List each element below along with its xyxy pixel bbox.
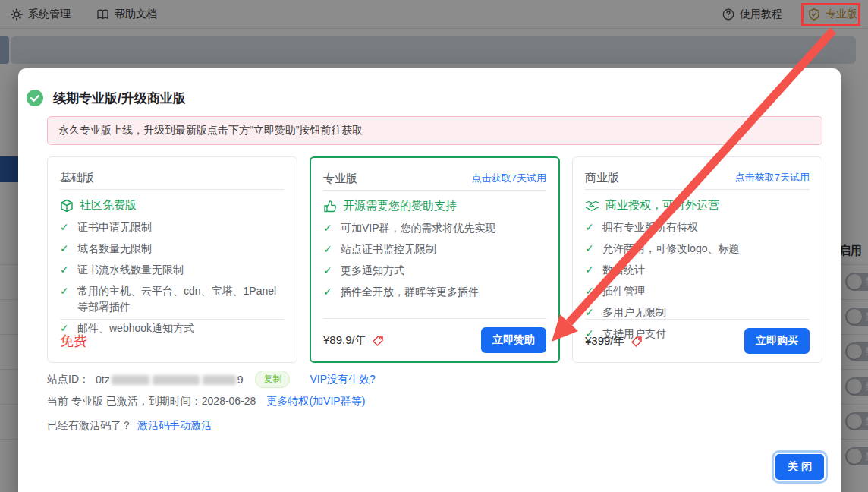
feature-item: ✓可加VIP群，您的需求将优先实现 — [323, 220, 546, 236]
feature-text: 拥有专业版所有特权 — [602, 219, 698, 235]
plan-name: 专业版 — [323, 172, 357, 186]
site-id-suffix: 9 — [237, 374, 244, 386]
trial-link[interactable]: 点击获取7天试用 — [735, 171, 810, 184]
feature-text: 常用的主机、云平台、cdn、宝塔、1Panel等部署插件 — [77, 283, 285, 315]
plan-card-basic: 基础版 社区免费版 ✓证书申请无限制 ✓域名数量无限制 ✓证书流水线数量无限制 … — [47, 156, 297, 363]
plan-tagline: 商业授权，可对外运营 — [605, 198, 719, 213]
activation-question-text: 已经有激活码了？ — [47, 419, 132, 433]
feature-text: 插件管理 — [602, 283, 645, 299]
check-icon: ✓ — [323, 263, 334, 279]
plan-price: 免费 — [60, 332, 87, 350]
feature-item: ✓拥有专业版所有特权 — [585, 219, 810, 235]
close-button[interactable]: 关 闭 — [775, 454, 824, 480]
feature-item: ✓证书申请无限制 — [60, 219, 285, 235]
site-id-value: 0tz9 — [96, 374, 243, 386]
promo-notice-text: 永久专业版上线，升级到最新版点击下方“立即赞助”按钮前往获取 — [58, 124, 363, 137]
vip-not-active-link[interactable]: VIP没有生效? — [310, 373, 375, 386]
plan-name: 商业版 — [585, 171, 619, 185]
plan-price: ¥399/年 — [585, 334, 643, 348]
license-status-row: 当前 专业版 已激活，到期时间：2028-06-28 更多特权(加VIP群等) — [47, 395, 365, 408]
package-icon — [60, 199, 74, 213]
feature-item: ✓插件管理 — [585, 283, 810, 299]
site-id-prefix: 0tz — [96, 374, 110, 386]
manual-activation-link[interactable]: 激活码手动激活 — [137, 419, 212, 433]
feature-text: 允许商用，可修改logo、标题 — [602, 241, 739, 257]
feature-text: 域名数量无限制 — [77, 241, 152, 257]
check-icon: ✓ — [60, 241, 71, 257]
redacted-block — [203, 375, 236, 385]
dialog-title: 续期专业版/升级商业版 — [53, 90, 186, 107]
feature-text: 插件全开放，群晖等更多插件 — [341, 284, 479, 300]
feature-text: 数据统计 — [602, 262, 645, 278]
tag-icon — [631, 335, 643, 348]
plan-tagline: 开源需要您的赞助支持 — [343, 199, 457, 213]
price-text: ¥89.9/年 — [323, 333, 366, 348]
plan-card-business: 商业版 点击获取7天试用 商业授权，可对外运营 ✓拥有专业版所有特权 ✓允许商用… — [572, 156, 822, 363]
check-icon: ✓ — [585, 219, 596, 235]
highlight-box-annotation — [801, 3, 860, 26]
feature-item: ✓站点证书监控无限制 — [323, 241, 546, 257]
redacted-block — [112, 375, 149, 385]
price-text: ¥399/年 — [585, 334, 625, 348]
plan-card-professional: 专业版 点击获取7天试用 开源需要您的赞助支持 ✓可加VIP群，您的需求将优先实… — [310, 156, 560, 363]
redacted-block — [153, 375, 200, 385]
feature-item: ✓更多通知方式 — [323, 263, 546, 279]
check-icon: ✓ — [323, 241, 334, 257]
feature-text: 站点证书监控无限制 — [341, 241, 436, 257]
feature-item: ✓域名数量无限制 — [60, 241, 285, 257]
check-icon: ✓ — [323, 284, 334, 300]
check-icon: ✓ — [585, 304, 596, 320]
check-icon: ✓ — [585, 283, 596, 299]
feature-item: ✓允许商用，可修改logo、标题 — [585, 241, 810, 257]
feature-text: 多用户无限制 — [602, 304, 666, 320]
more-privileges-link[interactable]: 更多特权(加VIP群等) — [266, 395, 365, 408]
site-id-row: 站点ID： 0tz9 复制 VIP没有生效? — [47, 371, 376, 388]
success-check-icon — [26, 89, 44, 107]
handshake-icon — [585, 200, 599, 212]
feature-item: ✓插件全开放，群晖等更多插件 — [323, 284, 546, 300]
thumbs-up-icon — [323, 200, 337, 213]
tag-icon — [372, 334, 385, 347]
feature-item: ✓数据统计 — [585, 262, 810, 278]
feature-text: 证书流水线数量无限制 — [77, 262, 184, 278]
site-id-label: 站点ID： — [47, 373, 90, 386]
copy-button[interactable]: 复制 — [255, 371, 290, 388]
check-icon: ✓ — [60, 219, 71, 235]
feature-item: ✓多用户无限制 — [585, 304, 810, 320]
check-icon: ✓ — [60, 283, 71, 315]
buy-now-button[interactable]: 立即购买 — [744, 328, 810, 354]
feature-item: ✓常用的主机、云平台、cdn、宝塔、1Panel等部署插件 — [60, 283, 285, 315]
promo-notice-banner: 永久专业版上线，升级到最新版点击下方“立即赞助”按钮前往获取 — [47, 116, 822, 145]
plan-name: 基础版 — [60, 171, 94, 185]
activation-row: 已经有激活码了？ 激活码手动激活 — [47, 419, 212, 433]
trial-link[interactable]: 点击获取7天试用 — [472, 172, 546, 185]
license-status-text: 当前 专业版 已激活，到期时间：2028-06-28 — [47, 395, 256, 408]
check-icon: ✓ — [323, 220, 334, 236]
check-icon: ✓ — [585, 262, 596, 278]
plan-tagline: 社区免费版 — [80, 198, 137, 213]
sponsor-now-button[interactable]: 立即赞助 — [481, 327, 546, 353]
plan-price: ¥89.9/年 — [323, 333, 385, 348]
check-icon: ✓ — [60, 262, 71, 278]
feature-text: 更多通知方式 — [341, 263, 404, 279]
feature-text: 证书申请无限制 — [77, 219, 152, 235]
upgrade-dialog: 续期专业版/升级商业版 永久专业版上线，升级到最新版点击下方“立即赞助”按钮前往… — [18, 68, 841, 492]
feature-text: 可加VIP群，您的需求将优先实现 — [341, 220, 496, 236]
plan-cards: 基础版 社区免费版 ✓证书申请无限制 ✓域名数量无限制 ✓证书流水线数量无限制 … — [47, 156, 822, 363]
check-icon: ✓ — [585, 241, 596, 257]
feature-item: ✓证书流水线数量无限制 — [60, 262, 285, 278]
